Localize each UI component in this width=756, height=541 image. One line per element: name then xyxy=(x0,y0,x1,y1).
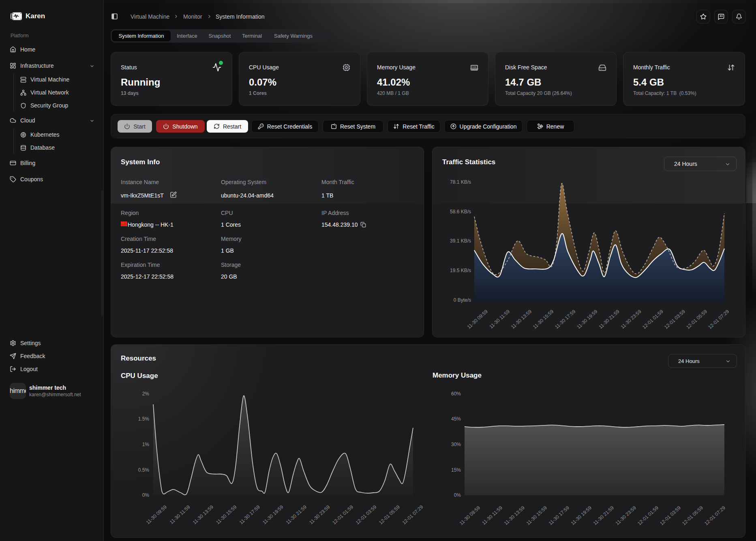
svg-text:11-30 19:59: 11-30 19:59 xyxy=(576,309,599,330)
svg-text:15%: 15% xyxy=(451,467,461,473)
svg-text:11-30 09:59: 11-30 09:59 xyxy=(458,505,482,526)
svg-text:39.1 KB/s: 39.1 KB/s xyxy=(450,238,471,244)
svg-text:12-01 01:59: 12-01 01:59 xyxy=(636,505,660,526)
svg-text:11-30 19:59: 11-30 19:59 xyxy=(570,505,593,526)
svg-text:12-01 01:59: 12-01 01:59 xyxy=(331,504,354,526)
svg-text:11-30 11:59: 11-30 11:59 xyxy=(488,309,511,330)
svg-text:11-30 17:59: 11-30 17:59 xyxy=(554,309,577,330)
svg-text:19.5 KB/s: 19.5 KB/s xyxy=(450,268,471,273)
svg-text:12-01 07:29: 12-01 07:29 xyxy=(401,504,424,526)
svg-text:12-01 07:29: 12-01 07:29 xyxy=(707,309,730,330)
svg-text:0%: 0% xyxy=(142,492,150,498)
svg-text:12-01 05:59: 12-01 05:59 xyxy=(685,309,708,330)
svg-text:30%: 30% xyxy=(451,442,461,447)
svg-text:12-01 01:59: 12-01 01:59 xyxy=(641,309,664,330)
svg-text:11-30 13:59: 11-30 13:59 xyxy=(510,309,533,330)
svg-text:45%: 45% xyxy=(451,416,461,422)
svg-text:11-30 21:59: 11-30 21:59 xyxy=(592,505,615,526)
svg-text:12-01 05:59: 12-01 05:59 xyxy=(378,504,401,526)
svg-text:11-30 17:59: 11-30 17:59 xyxy=(548,505,571,526)
svg-text:11-30 09:59: 11-30 09:59 xyxy=(466,309,489,330)
svg-text:1%: 1% xyxy=(142,442,150,447)
svg-text:11-30 15:59: 11-30 15:59 xyxy=(215,504,238,526)
svg-text:11-30 23:59: 11-30 23:59 xyxy=(308,504,331,526)
svg-text:11-30 13:59: 11-30 13:59 xyxy=(192,504,215,526)
svg-text:11-30 23:59: 11-30 23:59 xyxy=(615,505,638,526)
svg-text:12-01 05:59: 12-01 05:59 xyxy=(681,505,704,526)
svg-text:11-30 21:59: 11-30 21:59 xyxy=(598,309,621,330)
svg-text:2%: 2% xyxy=(142,391,150,397)
svg-text:11-30 09:59: 11-30 09:59 xyxy=(145,504,168,526)
svg-text:11-30 15:59: 11-30 15:59 xyxy=(532,309,555,330)
svg-text:11-30 11:59: 11-30 11:59 xyxy=(169,504,191,525)
svg-text:1.5%: 1.5% xyxy=(138,416,150,422)
svg-text:0 Byte/s: 0 Byte/s xyxy=(454,297,471,303)
svg-text:60%: 60% xyxy=(451,391,461,397)
svg-text:12-01 03:59: 12-01 03:59 xyxy=(659,505,682,526)
svg-text:11-30 15:59: 11-30 15:59 xyxy=(525,505,548,526)
svg-text:11-30 11:59: 11-30 11:59 xyxy=(481,505,503,526)
svg-text:12-01 07:29: 12-01 07:29 xyxy=(703,505,726,526)
svg-text:12-01 03:59: 12-01 03:59 xyxy=(663,309,686,330)
svg-text:58.6 KB/s: 58.6 KB/s xyxy=(450,209,471,215)
svg-text:12-01 03:59: 12-01 03:59 xyxy=(355,504,378,526)
svg-text:0.5%: 0.5% xyxy=(138,467,150,473)
svg-text:78.1 KB/s: 78.1 KB/s xyxy=(450,179,471,185)
svg-text:11-30 21:59: 11-30 21:59 xyxy=(285,504,308,526)
svg-text:11-30 19:59: 11-30 19:59 xyxy=(261,504,285,526)
svg-text:11-30 17:59: 11-30 17:59 xyxy=(238,504,261,526)
svg-text:11-30 23:59: 11-30 23:59 xyxy=(619,309,642,330)
svg-text:0%: 0% xyxy=(454,492,461,498)
svg-text:11-30 13:59: 11-30 13:59 xyxy=(503,505,526,526)
